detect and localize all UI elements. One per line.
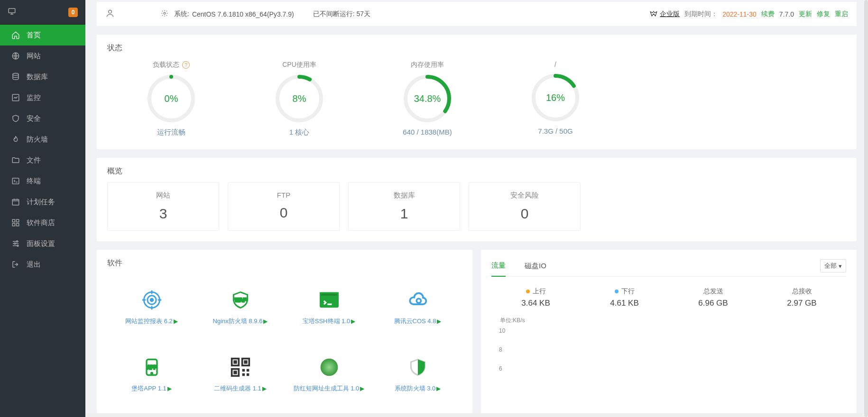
traffic-tabs: 流量 磁盘IO 全部▾ — [491, 256, 846, 277]
software-item[interactable]: 腾讯云COS 4.8▶ — [373, 274, 462, 341]
nav-terminal[interactable]: 终端 — [0, 171, 85, 191]
grid-icon — [11, 218, 20, 227]
software-panel: 软件 网站监控报表 6.2▶WAFNginx防火墙 8.9.6▶宝塔SSH终端 … — [97, 250, 472, 417]
nav-label: 数据库 — [27, 73, 48, 82]
repair-link[interactable]: 修复 — [817, 10, 830, 18]
nav-label: 面板设置 — [27, 239, 55, 248]
gauge-donut: 16% — [531, 73, 580, 122]
renew-link[interactable]: 续费 — [761, 10, 775, 18]
gauge-value: 8% — [275, 74, 324, 123]
y-tick: 10 — [499, 327, 505, 334]
overview-card[interactable]: 安全风险0 — [469, 182, 581, 231]
nav-settings[interactable]: 面板设置 — [0, 233, 85, 254]
software-item[interactable]: 防红短网址生成工具 1.0▶ — [285, 341, 373, 408]
enterprise-badge[interactable]: 企业版 — [649, 10, 680, 18]
horizontal-scrollbar[interactable] — [85, 413, 862, 417]
system-label: 系统: — [174, 10, 189, 18]
gauge-title: / — [554, 61, 556, 68]
cloud-icon — [407, 290, 428, 310]
nav-store[interactable]: 软件商店 — [0, 212, 85, 233]
tab-diskio[interactable]: 磁盘IO — [525, 257, 546, 276]
folder-icon — [11, 156, 20, 164]
overview-panel: 概览 网站3FTP0数据库1安全风险0 — [97, 158, 857, 241]
overview-title: 概览 — [107, 166, 846, 176]
svg-rect-38 — [233, 371, 237, 374]
terminal-icon — [11, 177, 20, 185]
software-item[interactable]: APP堡塔APP 1.1▶ — [107, 341, 196, 408]
play-icon: ▶ — [436, 385, 441, 392]
nav-firewall[interactable]: 防火墙 — [0, 129, 85, 150]
svg-rect-41 — [242, 373, 245, 376]
software-name: 腾讯云COS 4.8▶ — [394, 317, 442, 326]
svg-rect-9 — [17, 224, 19, 226]
overview-card[interactable]: 网站3 — [107, 182, 219, 231]
gauge[interactable]: 负载状态? 0% 运行流畅 — [107, 61, 235, 137]
svg-rect-40 — [246, 369, 249, 372]
dot-icon — [526, 290, 530, 293]
nav-home[interactable]: 首页 — [0, 25, 85, 45]
nav-files[interactable]: 文件 — [0, 150, 85, 171]
svg-text:WAF: WAF — [234, 297, 246, 303]
nav-monitor[interactable]: 监控 — [0, 87, 85, 108]
gauge-donut: 0% — [147, 74, 196, 123]
nav-security[interactable]: 安全 — [0, 108, 85, 129]
restart-link[interactable]: 重启 — [835, 10, 848, 18]
help-icon[interactable]: ? — [182, 61, 190, 69]
nav-cron[interactable]: 计划任务 — [0, 191, 85, 212]
svg-rect-39 — [242, 369, 245, 372]
software-item[interactable]: 二维码生成器 1.1▶ — [196, 341, 285, 408]
software-name: 二维码生成器 1.1▶ — [214, 384, 267, 393]
user-icon[interactable] — [105, 9, 115, 19]
alert-badge[interactable]: 0 — [68, 8, 78, 17]
software-item[interactable]: WAFNginx防火墙 8.9.6▶ — [196, 274, 285, 341]
overview-value: 3 — [159, 206, 167, 222]
play-icon: ▶ — [437, 318, 441, 325]
update-link[interactable]: 更新 — [799, 10, 812, 18]
nav-site[interactable]: 网站 — [0, 45, 85, 66]
gauge-sub: 运行流畅 — [157, 128, 185, 137]
overview-value: 1 — [400, 206, 408, 222]
stat-label: 总发送 — [703, 287, 723, 296]
select-all-label: 全部 — [824, 262, 837, 270]
svg-point-29 — [416, 299, 421, 303]
nav-label: 计划任务 — [27, 198, 55, 207]
enterprise-label: 企业版 — [660, 10, 680, 18]
software-item[interactable]: 网站监控报表 6.2▶ — [107, 274, 196, 341]
software-item[interactable]: 系统防火墙 3.0▶ — [373, 341, 462, 408]
shield-icon — [407, 357, 428, 378]
software-name: 堡塔APP 1.1▶ — [131, 384, 171, 393]
software-item[interactable]: 宝塔SSH终端 1.0▶ — [285, 274, 373, 341]
nav-logout[interactable]: 退出 — [0, 254, 85, 275]
version: 7.7.0 — [779, 10, 794, 18]
svg-point-13 — [109, 10, 112, 13]
expire-date: 2022-11-30 — [722, 10, 757, 18]
select-all[interactable]: 全部▾ — [820, 259, 846, 272]
software-name: 系统防火墙 3.0▶ — [395, 384, 441, 393]
traffic-panel: 流量 磁盘IO 全部▾ 上行3.64 KB下行4.61 KB总发送6.96 GB… — [481, 250, 857, 417]
nav-db[interactable]: 数据库 — [0, 66, 85, 87]
software-name: 宝塔SSH终端 1.0▶ — [303, 317, 355, 326]
play-icon: ▶ — [167, 385, 172, 392]
svg-rect-36 — [244, 360, 247, 363]
target-icon — [141, 290, 162, 310]
gauge[interactable]: / 16% 7.3G / 50G — [491, 61, 619, 137]
gauge-donut: 34.8% — [403, 74, 452, 123]
overview-label: FTP — [277, 191, 290, 199]
nav-label: 防火墙 — [27, 135, 48, 144]
gauge[interactable]: 内存使用率 34.8% 640 / 1838(MB) — [363, 61, 491, 137]
gauge-title: 负载状态? — [153, 61, 190, 69]
svg-point-25 — [150, 299, 153, 301]
gauge[interactable]: CPU使用率 8% 1 核心 — [235, 61, 363, 137]
globe-icon — [11, 52, 20, 60]
overview-card[interactable]: FTP0 — [228, 182, 340, 231]
home-icon — [11, 31, 20, 39]
nav-label: 文件 — [27, 156, 41, 165]
svg-rect-42 — [246, 373, 249, 376]
traffic-stat: 下行4.61 KB — [580, 287, 669, 308]
overview-card[interactable]: 数据库1 — [348, 182, 460, 231]
svg-rect-8 — [12, 224, 15, 226]
play-icon: ▶ — [263, 318, 268, 325]
waf-icon: WAF — [230, 290, 251, 310]
tab-traffic[interactable]: 流量 — [491, 256, 506, 277]
status-title: 状态 — [107, 43, 846, 53]
